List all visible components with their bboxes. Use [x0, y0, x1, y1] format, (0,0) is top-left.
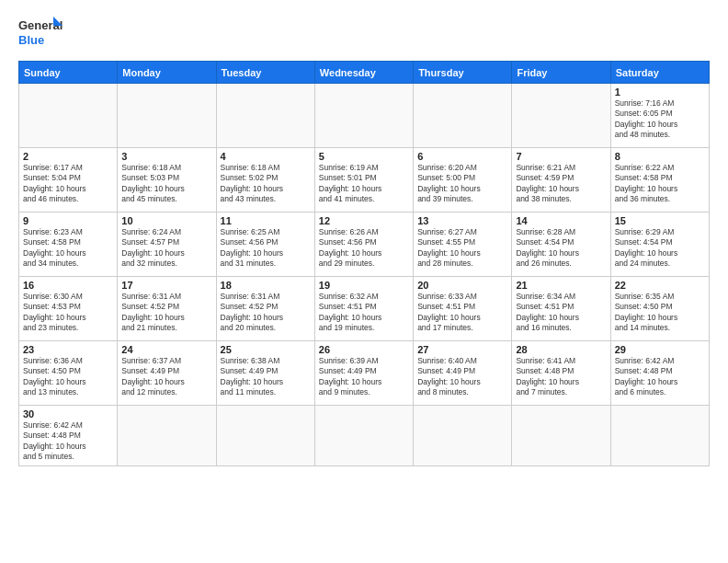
- day-number: 10: [121, 215, 211, 226]
- day-number: 14: [516, 215, 606, 226]
- generalblue-logo-icon: General Blue: [18, 15, 64, 52]
- calendar-cell: 14Sunrise: 6:28 AM Sunset: 4:54 PM Dayli…: [512, 213, 610, 277]
- day-info: Sunrise: 6:42 AM Sunset: 4:48 PM Dayligh…: [23, 420, 113, 463]
- calendar-cell: [512, 84, 610, 148]
- day-info: Sunrise: 6:30 AM Sunset: 4:53 PM Dayligh…: [23, 292, 113, 334]
- calendar-cell: 19Sunrise: 6:32 AM Sunset: 4:51 PM Dayli…: [314, 277, 413, 341]
- col-header-thursday: Thursday: [414, 62, 512, 84]
- col-header-tuesday: Tuesday: [216, 62, 314, 84]
- day-info: Sunrise: 6:32 AM Sunset: 4:51 PM Dayligh…: [319, 292, 409, 334]
- calendar-cell: 30Sunrise: 6:42 AM Sunset: 4:48 PM Dayli…: [19, 406, 118, 466]
- day-number: 18: [221, 280, 311, 291]
- calendar-cell: [118, 84, 216, 148]
- day-number: 7: [516, 151, 606, 162]
- day-number: 29: [615, 344, 705, 355]
- calendar-week-row: 9Sunrise: 6:23 AM Sunset: 4:58 PM Daylig…: [19, 213, 710, 277]
- calendar-table: SundayMondayTuesdayWednesdayThursdayFrid…: [18, 61, 710, 466]
- calendar-week-row: 16Sunrise: 6:30 AM Sunset: 4:53 PM Dayli…: [19, 277, 710, 341]
- day-info: Sunrise: 6:38 AM Sunset: 4:49 PM Dayligh…: [221, 356, 311, 398]
- day-info: Sunrise: 6:31 AM Sunset: 4:52 PM Dayligh…: [221, 292, 311, 334]
- day-info: Sunrise: 6:18 AM Sunset: 5:03 PM Dayligh…: [121, 163, 211, 205]
- day-info: Sunrise: 6:35 AM Sunset: 4:50 PM Dayligh…: [615, 292, 705, 334]
- day-number: 12: [319, 215, 409, 226]
- day-number: 26: [319, 344, 409, 355]
- day-info: Sunrise: 6:37 AM Sunset: 4:49 PM Dayligh…: [121, 356, 211, 398]
- calendar-cell: 3Sunrise: 6:18 AM Sunset: 5:03 PM Daylig…: [118, 148, 216, 213]
- calendar-cell: 2Sunrise: 6:17 AM Sunset: 5:04 PM Daylig…: [19, 148, 118, 213]
- day-number: 17: [121, 280, 211, 291]
- day-info: Sunrise: 6:42 AM Sunset: 4:48 PM Dayligh…: [615, 356, 705, 398]
- day-number: 1: [615, 86, 705, 98]
- day-number: 28: [516, 344, 606, 355]
- calendar-cell: 29Sunrise: 6:42 AM Sunset: 4:48 PM Dayli…: [610, 341, 709, 406]
- calendar-cell: 8Sunrise: 6:22 AM Sunset: 4:58 PM Daylig…: [610, 148, 709, 213]
- day-number: 23: [23, 344, 113, 355]
- day-info: Sunrise: 6:28 AM Sunset: 4:54 PM Dayligh…: [516, 227, 606, 270]
- day-info: Sunrise: 6:23 AM Sunset: 4:58 PM Dayligh…: [23, 227, 113, 270]
- calendar-week-row: 1Sunrise: 7:16 AM Sunset: 6:05 PM Daylig…: [19, 84, 710, 148]
- day-info: Sunrise: 6:26 AM Sunset: 4:56 PM Dayligh…: [319, 227, 409, 270]
- day-number: 16: [23, 280, 113, 291]
- day-info: Sunrise: 6:24 AM Sunset: 4:57 PM Dayligh…: [121, 227, 211, 270]
- calendar-cell: 5Sunrise: 6:19 AM Sunset: 5:01 PM Daylig…: [314, 148, 413, 213]
- day-info: Sunrise: 6:19 AM Sunset: 5:01 PM Dayligh…: [319, 163, 409, 205]
- calendar-cell: 15Sunrise: 6:29 AM Sunset: 4:54 PM Dayli…: [610, 213, 709, 277]
- calendar-week-row: 23Sunrise: 6:36 AM Sunset: 4:50 PM Dayli…: [19, 341, 710, 406]
- day-info: Sunrise: 6:34 AM Sunset: 4:51 PM Dayligh…: [516, 292, 606, 334]
- day-number: 5: [319, 151, 409, 162]
- day-info: Sunrise: 6:33 AM Sunset: 4:51 PM Dayligh…: [417, 292, 507, 334]
- day-number: 4: [221, 151, 311, 162]
- day-number: 2: [23, 151, 113, 162]
- day-number: 30: [23, 408, 113, 419]
- day-info: Sunrise: 6:31 AM Sunset: 4:52 PM Dayligh…: [121, 292, 211, 334]
- calendar-cell: 20Sunrise: 6:33 AM Sunset: 4:51 PM Dayli…: [414, 277, 512, 341]
- day-info: Sunrise: 6:22 AM Sunset: 4:58 PM Dayligh…: [615, 163, 705, 205]
- day-number: 6: [417, 151, 507, 162]
- calendar-cell: 18Sunrise: 6:31 AM Sunset: 4:52 PM Dayli…: [216, 277, 314, 341]
- calendar-cell: 1Sunrise: 7:16 AM Sunset: 6:05 PM Daylig…: [610, 84, 709, 148]
- day-info: Sunrise: 6:40 AM Sunset: 4:49 PM Dayligh…: [417, 356, 507, 398]
- calendar-cell: [414, 84, 512, 148]
- day-number: 15: [615, 215, 705, 226]
- day-info: Sunrise: 6:41 AM Sunset: 4:48 PM Dayligh…: [516, 356, 606, 398]
- calendar-cell: 7Sunrise: 6:21 AM Sunset: 4:59 PM Daylig…: [512, 148, 610, 213]
- day-info: Sunrise: 6:17 AM Sunset: 5:04 PM Dayligh…: [23, 163, 113, 205]
- day-info: Sunrise: 6:39 AM Sunset: 4:49 PM Dayligh…: [319, 356, 409, 398]
- calendar-cell: 6Sunrise: 6:20 AM Sunset: 5:00 PM Daylig…: [414, 148, 512, 213]
- calendar-cell: 12Sunrise: 6:26 AM Sunset: 4:56 PM Dayli…: [314, 213, 413, 277]
- day-number: 22: [615, 280, 705, 291]
- logo: General Blue: [18, 15, 64, 52]
- calendar-cell: [216, 84, 314, 148]
- calendar-cell: [414, 406, 512, 466]
- day-number: 21: [516, 280, 606, 291]
- calendar-cell: [19, 84, 118, 148]
- header: General Blue: [18, 15, 710, 52]
- col-header-wednesday: Wednesday: [314, 62, 413, 84]
- day-number: 13: [417, 215, 507, 226]
- col-header-monday: Monday: [118, 62, 216, 84]
- day-number: 3: [121, 151, 211, 162]
- day-info: Sunrise: 6:18 AM Sunset: 5:02 PM Dayligh…: [221, 163, 311, 205]
- col-header-saturday: Saturday: [610, 62, 709, 84]
- calendar-cell: 4Sunrise: 6:18 AM Sunset: 5:02 PM Daylig…: [216, 148, 314, 213]
- day-number: 11: [221, 215, 311, 226]
- calendar-cell: 13Sunrise: 6:27 AM Sunset: 4:55 PM Dayli…: [414, 213, 512, 277]
- calendar-cell: 11Sunrise: 6:25 AM Sunset: 4:56 PM Dayli…: [216, 213, 314, 277]
- calendar-cell: [118, 406, 216, 466]
- calendar-cell: 27Sunrise: 6:40 AM Sunset: 4:49 PM Dayli…: [414, 341, 512, 406]
- col-header-friday: Friday: [512, 62, 610, 84]
- day-info: Sunrise: 6:36 AM Sunset: 4:50 PM Dayligh…: [23, 356, 113, 398]
- page: General Blue SundayMondayTuesdayWednesda…: [0, 0, 728, 563]
- calendar-cell: 17Sunrise: 6:31 AM Sunset: 4:52 PM Dayli…: [118, 277, 216, 341]
- calendar-cell: [314, 84, 413, 148]
- day-number: 19: [319, 280, 409, 291]
- calendar-cell: 9Sunrise: 6:23 AM Sunset: 4:58 PM Daylig…: [19, 213, 118, 277]
- calendar-cell: 24Sunrise: 6:37 AM Sunset: 4:49 PM Dayli…: [118, 341, 216, 406]
- day-number: 25: [221, 344, 311, 355]
- day-number: 20: [417, 280, 507, 291]
- calendar-cell: 10Sunrise: 6:24 AM Sunset: 4:57 PM Dayli…: [118, 213, 216, 277]
- day-number: 9: [23, 215, 113, 226]
- calendar-cell: 23Sunrise: 6:36 AM Sunset: 4:50 PM Dayli…: [19, 341, 118, 406]
- calendar-cell: 16Sunrise: 6:30 AM Sunset: 4:53 PM Dayli…: [19, 277, 118, 341]
- day-number: 8: [615, 151, 705, 162]
